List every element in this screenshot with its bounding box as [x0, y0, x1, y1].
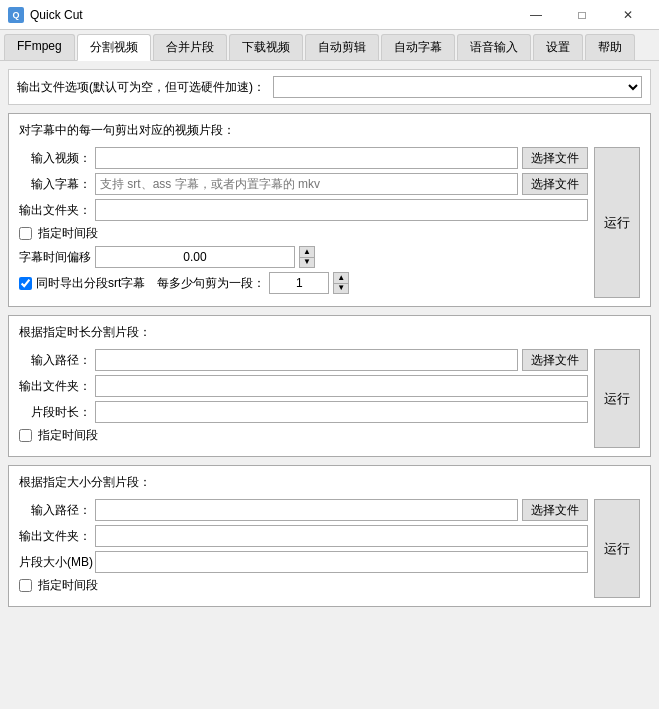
- input-video-input[interactable]: [95, 147, 518, 169]
- subtitle-offset-up[interactable]: ▲: [300, 247, 314, 258]
- subtitle-segment-spinner: ▲ ▼: [333, 272, 349, 294]
- size-section-fields: 输入路径： 选择文件 输出文件夹： 片段大小(MB)： 指定时间段: [19, 499, 588, 598]
- tab-split-video[interactable]: 分割视频: [77, 34, 151, 61]
- input-subtitle-input[interactable]: [95, 173, 518, 195]
- duration-length-label: 片段时长：: [19, 404, 91, 421]
- subtitle-segment-down[interactable]: ▼: [334, 284, 348, 294]
- subtitle-output-folder-label: 输出文件夹：: [19, 202, 91, 219]
- size-input-path-row: 输入路径： 选择文件: [19, 499, 588, 521]
- subtitle-output-folder-input[interactable]: [95, 199, 588, 221]
- subtitle-run-section: 运行: [594, 147, 640, 298]
- subtitle-output-folder-row: 输出文件夹：: [19, 199, 588, 221]
- subtitle-export-row: 同时导出分段srt字幕 每多少句剪为一段： ▲ ▼: [19, 272, 588, 294]
- subtitle-offset-label: 字幕时间偏移：: [19, 249, 91, 266]
- duration-specify-time-checkbox[interactable]: [19, 429, 32, 442]
- minimize-button[interactable]: —: [513, 0, 559, 30]
- maximize-button[interactable]: □: [559, 0, 605, 30]
- input-subtitle-label: 输入字幕：: [19, 176, 91, 193]
- size-output-folder-row: 输出文件夹：: [19, 525, 588, 547]
- app-icon: Q: [8, 7, 24, 23]
- size-run-section: 运行: [594, 499, 640, 598]
- size-mb-input[interactable]: [95, 551, 588, 573]
- subtitle-offset-row: 字幕时间偏移： ▲ ▼: [19, 246, 588, 268]
- output-options-row: 输出文件选项(默认可为空，但可选硬件加速)：: [8, 69, 651, 105]
- subtitle-export-srt-checkbox[interactable]: [19, 277, 32, 290]
- tab-settings[interactable]: 设置: [533, 34, 583, 60]
- subtitle-offset-down[interactable]: ▼: [300, 258, 314, 268]
- size-run-button[interactable]: 运行: [594, 499, 640, 598]
- size-input-path-label: 输入路径：: [19, 502, 91, 519]
- duration-output-folder-input[interactable]: [95, 375, 588, 397]
- duration-specify-time-row: 指定时间段: [19, 427, 588, 444]
- subtitle-section-fields: 输入视频： 选择文件 输入字幕： 选择文件 输出文件夹：: [19, 147, 588, 298]
- size-specify-time-checkbox[interactable]: [19, 579, 32, 592]
- subtitle-export-srt-label: 同时导出分段srt字幕: [36, 275, 145, 292]
- size-section-inner: 输入路径： 选择文件 输出文件夹： 片段大小(MB)： 指定时间段: [19, 499, 640, 598]
- duration-run-section: 运行: [594, 349, 640, 448]
- size-output-folder-label: 输出文件夹：: [19, 528, 91, 545]
- input-video-row: 输入视频： 选择文件: [19, 147, 588, 169]
- duration-run-button[interactable]: 运行: [594, 349, 640, 448]
- duration-length-input[interactable]: [95, 401, 588, 423]
- subtitle-section: 对字幕中的每一句剪出对应的视频片段： 输入视频： 选择文件 输入字幕： 选择文件…: [8, 113, 651, 307]
- size-mb-label: 片段大小(MB)：: [19, 554, 91, 571]
- duration-output-folder-label: 输出文件夹：: [19, 378, 91, 395]
- size-section-title: 根据指定大小分割片段：: [19, 474, 640, 491]
- size-specify-time-label: 指定时间段: [38, 577, 98, 594]
- duration-section-inner: 输入路径： 选择文件 输出文件夹： 片段时长： 指定时间段: [19, 349, 640, 448]
- tab-help[interactable]: 帮助: [585, 34, 635, 60]
- app-title: Quick Cut: [30, 8, 513, 22]
- duration-section-title: 根据指定时长分割片段：: [19, 324, 640, 341]
- tab-ffmpeg[interactable]: FFmpeg: [4, 34, 75, 60]
- window-controls: — □ ✕: [513, 0, 651, 30]
- tab-merge-clips[interactable]: 合并片段: [153, 34, 227, 60]
- close-button[interactable]: ✕: [605, 0, 651, 30]
- input-subtitle-row: 输入字幕： 选择文件: [19, 173, 588, 195]
- subtitle-specify-time-label: 指定时间段: [38, 225, 98, 242]
- subtitle-segment-input[interactable]: [269, 272, 329, 294]
- select-subtitle-file-button[interactable]: 选择文件: [522, 173, 588, 195]
- duration-input-path-row: 输入路径： 选择文件: [19, 349, 588, 371]
- duration-select-file-button[interactable]: 选择文件: [522, 349, 588, 371]
- tab-voice-input[interactable]: 语音输入: [457, 34, 531, 60]
- duration-specify-time-label: 指定时间段: [38, 427, 98, 444]
- size-input-path-input[interactable]: [95, 499, 518, 521]
- duration-section: 根据指定时长分割片段： 输入路径： 选择文件 输出文件夹： 片段时长：: [8, 315, 651, 457]
- size-section: 根据指定大小分割片段： 输入路径： 选择文件 输出文件夹： 片段大小(MB)：: [8, 465, 651, 607]
- tab-auto-cut[interactable]: 自动剪辑: [305, 34, 379, 60]
- duration-input-path-label: 输入路径：: [19, 352, 91, 369]
- subtitle-segment-label: 每多少句剪为一段：: [157, 275, 265, 292]
- tab-download-video[interactable]: 下载视频: [229, 34, 303, 60]
- size-output-folder-input[interactable]: [95, 525, 588, 547]
- tab-auto-subtitle[interactable]: 自动字幕: [381, 34, 455, 60]
- tab-bar: FFmpeg 分割视频 合并片段 下载视频 自动剪辑 自动字幕 语音输入 设置 …: [0, 30, 659, 61]
- size-specify-time-row: 指定时间段: [19, 577, 588, 594]
- subtitle-specify-time-row: 指定时间段: [19, 225, 588, 242]
- title-bar: Q Quick Cut — □ ✕: [0, 0, 659, 30]
- size-mb-row: 片段大小(MB)：: [19, 551, 588, 573]
- size-select-file-button[interactable]: 选择文件: [522, 499, 588, 521]
- subtitle-offset-input[interactable]: [95, 246, 295, 268]
- duration-input-path-input[interactable]: [95, 349, 518, 371]
- input-video-label: 输入视频：: [19, 150, 91, 167]
- subtitle-offset-spinner: ▲ ▼: [299, 246, 315, 268]
- subtitle-run-button[interactable]: 运行: [594, 147, 640, 298]
- subtitle-specify-time-checkbox[interactable]: [19, 227, 32, 240]
- duration-output-folder-row: 输出文件夹：: [19, 375, 588, 397]
- main-content: 输出文件选项(默认可为空，但可选硬件加速)： 对字幕中的每一句剪出对应的视频片段…: [0, 61, 659, 709]
- duration-length-row: 片段时长：: [19, 401, 588, 423]
- output-options-select[interactable]: [273, 76, 642, 98]
- subtitle-section-title: 对字幕中的每一句剪出对应的视频片段：: [19, 122, 640, 139]
- select-video-file-button[interactable]: 选择文件: [522, 147, 588, 169]
- subtitle-segment-up[interactable]: ▲: [334, 273, 348, 284]
- subtitle-section-inner: 输入视频： 选择文件 输入字幕： 选择文件 输出文件夹：: [19, 147, 640, 298]
- duration-section-fields: 输入路径： 选择文件 输出文件夹： 片段时长： 指定时间段: [19, 349, 588, 448]
- output-options-label: 输出文件选项(默认可为空，但可选硬件加速)：: [17, 79, 265, 96]
